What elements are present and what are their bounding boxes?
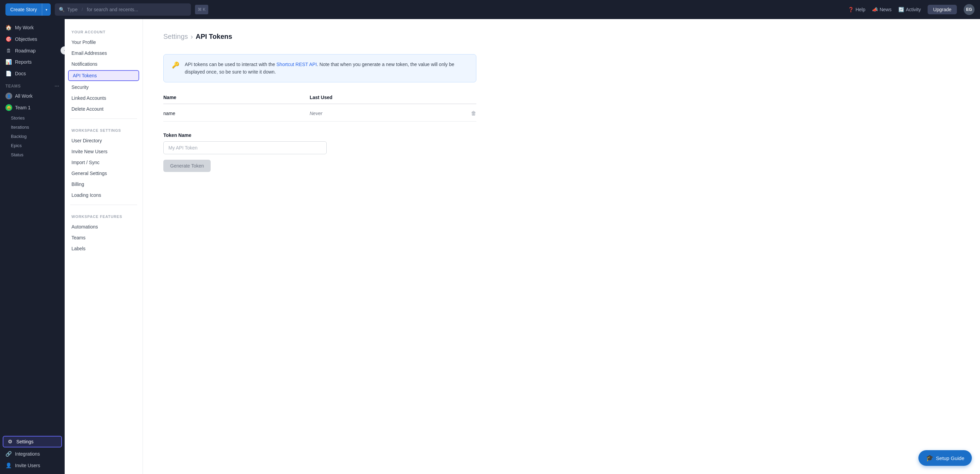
- token-last-used-cell: Never: [310, 111, 456, 116]
- topnav: Create Story ▾ 🔍 Type / for search and r…: [0, 0, 980, 19]
- breadcrumb-root: Settings: [163, 33, 188, 40]
- sidebar-item-invite-users[interactable]: 👤 Invite Users: [0, 460, 65, 471]
- settings-nav-delete-account[interactable]: Delete Account: [65, 104, 143, 115]
- col-last-used-header: Last Used: [310, 95, 456, 100]
- invite-users-icon: 👤: [5, 463, 11, 469]
- team1-avatar: 😀: [5, 104, 12, 111]
- settings-nav-notifications[interactable]: Notifications: [65, 59, 143, 69]
- home-icon: 🏠: [5, 24, 11, 30]
- sidebar-item-objectives[interactable]: 🎯 Objectives: [0, 34, 65, 45]
- sidebar-sub-backlog[interactable]: Backlog: [0, 132, 65, 141]
- sidebar-item-my-work[interactable]: 🏠 My Work: [0, 22, 65, 34]
- search-placeholder-text: for search and recents...: [87, 7, 138, 12]
- token-name-label: Token Name: [163, 132, 327, 138]
- left-sidebar: ‹ 🏠 My Work 🎯 Objectives 🗓 Roadmap 📊 Rep…: [0, 19, 65, 474]
- news-icon: 📣: [872, 7, 878, 12]
- settings-nav-teams[interactable]: Teams: [65, 232, 143, 243]
- breadcrumb: Settings › API Tokens: [163, 33, 959, 40]
- settings-nav-email-addresses[interactable]: Email Addresses: [65, 48, 143, 59]
- main-content: Settings › API Tokens 🔑 API tokens can b…: [143, 19, 980, 474]
- settings-nav-user-directory[interactable]: User Directory: [65, 135, 143, 146]
- sidebar-sub-status[interactable]: Status: [0, 150, 65, 160]
- workspace-settings-header: WORKSPACE SETTINGS: [65, 123, 143, 135]
- teams-section-header: Teams ···: [0, 79, 65, 90]
- setup-guide-button[interactable]: 🎓 Setup Guide: [918, 450, 972, 466]
- sidebar-item-roadmap[interactable]: 🗓 Roadmap: [0, 45, 65, 56]
- keyboard-shortcut-badge: ⌘ K: [195, 5, 208, 14]
- shortcut-rest-api-link[interactable]: Shortcut REST API: [276, 62, 317, 67]
- sidebar-item-integrations[interactable]: 🔗 Integrations: [0, 448, 65, 460]
- settings-nav-loading-icons[interactable]: Loading Icons: [65, 190, 143, 201]
- settings-nav-labels[interactable]: Labels: [65, 243, 143, 254]
- token-name-cell: name: [163, 111, 310, 116]
- sidebar-item-docs[interactable]: 📄 Docs: [0, 68, 65, 79]
- search-bar[interactable]: 🔍 Type / for search and recents...: [55, 3, 191, 16]
- create-story-button[interactable]: Create Story ▾: [5, 3, 51, 16]
- settings-nav-your-profile[interactable]: Your Profile: [65, 37, 143, 48]
- all-work-icon: 👤: [5, 93, 12, 99]
- settings-sidebar: YOUR ACCOUNT Your Profile Email Addresse…: [65, 19, 143, 474]
- settings-nav-security[interactable]: Security: [65, 82, 143, 93]
- help-icon: ❓: [848, 7, 854, 12]
- api-key-icon: 🔑: [172, 61, 179, 69]
- search-type-text: Type: [67, 7, 78, 12]
- your-account-header: YOUR ACCOUNT: [65, 24, 143, 37]
- create-story-label: Create Story: [5, 3, 42, 16]
- settings-nav-api-tokens[interactable]: API Tokens: [68, 70, 139, 81]
- kbd-shortcut-text: ⌘ K: [198, 7, 205, 12]
- avatar[interactable]: EG: [964, 4, 975, 15]
- workspace-features-header: WORKSPACE FEATURES: [65, 209, 143, 221]
- settings-nav-invite-new-users[interactable]: Invite New Users: [65, 146, 143, 157]
- sidebar-sub-stories[interactable]: Stories: [0, 113, 65, 123]
- activity-link[interactable]: 🔄 Activity: [898, 7, 921, 12]
- sidebar-sub-epics[interactable]: Epics: [0, 141, 65, 150]
- topnav-right: ❓ Help 📣 News 🔄 Activity Upgrade EG: [848, 4, 975, 15]
- token-form: Token Name Generate Token: [163, 132, 327, 172]
- search-icon: 🔍: [59, 7, 65, 12]
- info-banner-text: API tokens can be used to interact with …: [185, 61, 468, 76]
- tokens-table-header: Name Last Used: [163, 95, 476, 104]
- sidebar-item-reports[interactable]: 📊 Reports: [0, 56, 65, 68]
- teams-options-button[interactable]: ···: [55, 83, 59, 89]
- main-layout: ‹ 🏠 My Work 🎯 Objectives 🗓 Roadmap 📊 Rep…: [0, 19, 980, 474]
- activity-icon: 🔄: [898, 7, 904, 12]
- info-banner: 🔑 API tokens can be used to interact wit…: [163, 54, 476, 82]
- delete-token-button[interactable]: 🗑: [456, 110, 476, 117]
- integrations-icon: 🔗: [5, 451, 11, 457]
- col-name-header: Name: [163, 95, 310, 100]
- setup-guide-icon: 🎓: [926, 454, 933, 462]
- reports-icon: 📊: [5, 59, 11, 65]
- settings-nav-general-settings[interactable]: General Settings: [65, 168, 143, 179]
- upgrade-button[interactable]: Upgrade: [928, 5, 957, 14]
- settings-nav-linked-accounts[interactable]: Linked Accounts: [65, 93, 143, 104]
- roadmap-icon: 🗓: [5, 48, 11, 53]
- generate-token-button[interactable]: Generate Token: [163, 160, 211, 172]
- settings-nav-import-sync[interactable]: Import / Sync: [65, 157, 143, 168]
- settings-nav-automations[interactable]: Automations: [65, 221, 143, 232]
- table-row: name Never 🗑: [163, 105, 476, 121]
- objectives-icon: 🎯: [5, 36, 11, 42]
- docs-icon: 📄: [5, 70, 11, 77]
- settings-divider-1: [70, 118, 137, 119]
- sidebar-item-team1[interactable]: 😀 Team 1: [0, 102, 65, 113]
- help-link[interactable]: ❓ Help: [848, 7, 865, 12]
- sidebar-item-all-work[interactable]: 👤 All Work: [0, 90, 65, 102]
- breadcrumb-chevron-icon: ›: [191, 33, 193, 40]
- sidebar-sub-iterations[interactable]: Iterations: [0, 123, 65, 132]
- tokens-table: Name Last Used name Never 🗑: [163, 95, 476, 121]
- breadcrumb-current: API Tokens: [196, 33, 232, 40]
- sidebar-item-settings[interactable]: ⚙ Settings: [3, 436, 62, 447]
- create-story-caret-icon[interactable]: ▾: [42, 3, 51, 16]
- settings-icon: ⚙: [7, 439, 13, 445]
- news-link[interactable]: 📣 News: [872, 7, 891, 12]
- setup-guide-label: Setup Guide: [936, 455, 964, 461]
- token-name-input[interactable]: [163, 141, 327, 154]
- search-slash: /: [82, 7, 83, 12]
- settings-nav-billing[interactable]: Billing: [65, 179, 143, 190]
